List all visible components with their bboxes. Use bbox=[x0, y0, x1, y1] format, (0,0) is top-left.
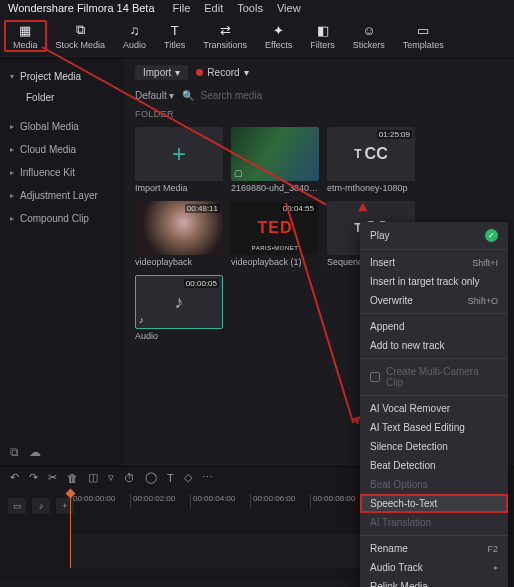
audio-thumb[interactable]: 00:00:05♪♪ bbox=[135, 275, 223, 329]
record-label: Record bbox=[207, 67, 239, 78]
delete-icon[interactable]: 🗑 bbox=[67, 472, 78, 484]
ctx-insert-target[interactable]: Insert in target track only bbox=[360, 272, 508, 291]
card-clip[interactable]: 01:25:09T CC etm-mthoney-1080p bbox=[327, 127, 415, 193]
check-icon: ✓ bbox=[485, 229, 498, 242]
tab-filters[interactable]: ◧Filters bbox=[301, 20, 344, 52]
ctx-relink-media[interactable]: Relink Media bbox=[360, 577, 508, 587]
marker-icon[interactable]: ▿ bbox=[108, 471, 114, 484]
sidebar-item-project-media[interactable]: ▾Project Media bbox=[0, 65, 125, 88]
ctx-ai-translation: AI Translation bbox=[360, 513, 508, 532]
ctx-ai-text-editing[interactable]: AI Text Based Editing bbox=[360, 418, 508, 437]
ctx-overwrite[interactable]: OverwriteShift+O bbox=[360, 291, 508, 310]
clip-thumb[interactable]: 01:25:09T CC bbox=[327, 127, 415, 181]
sidebar-item-influence-kit[interactable]: ▸Influence Kit bbox=[0, 161, 125, 184]
ctx-ai-vocal-remover[interactable]: AI Vocal Remover bbox=[360, 399, 508, 418]
ctx-multicam: Create Multi-Camera Clip bbox=[360, 362, 508, 392]
transitions-icon: ⇄ bbox=[220, 22, 231, 38]
ctx-audio-track[interactable]: Audio Track▸ bbox=[360, 558, 508, 577]
undo-icon[interactable]: ↶ bbox=[10, 471, 19, 484]
ruler-tick: 00:00:00:00 bbox=[70, 494, 130, 508]
ctx-shortcut: Shift+O bbox=[468, 296, 498, 306]
chevron-right-icon: ▸ bbox=[10, 191, 14, 200]
sidebar: ▾Project Media Folder ▸Global Media ▸Clo… bbox=[0, 59, 125, 466]
ctx-label: Relink Media bbox=[370, 581, 428, 587]
import-media-thumb[interactable]: + bbox=[135, 127, 223, 181]
ctx-play-label: Play bbox=[370, 230, 389, 241]
split-icon[interactable]: ✂ bbox=[48, 471, 57, 484]
card-clip[interactable]: 00:48:11 videoplayback bbox=[135, 201, 223, 267]
tab-filters-label: Filters bbox=[310, 40, 335, 50]
menu-edit[interactable]: Edit bbox=[204, 2, 223, 14]
menu-file[interactable]: File bbox=[173, 2, 191, 14]
templates-icon: ▭ bbox=[417, 22, 429, 38]
record-button[interactable]: Record▾ bbox=[196, 67, 248, 78]
ted-sub: PARIS•MONET bbox=[252, 245, 299, 251]
audio-icon: ♫ bbox=[130, 22, 140, 38]
sidebar-item-global-media[interactable]: ▸Global Media bbox=[0, 115, 125, 138]
tab-stock-label: Stock Media bbox=[56, 40, 106, 50]
clip-thumb[interactable]: 00:04:55TEDPARIS•MONET bbox=[231, 201, 319, 255]
track-audio-icon[interactable]: ♪ bbox=[32, 498, 50, 514]
chevron-down-icon: ▾ bbox=[169, 90, 174, 101]
tab-media[interactable]: ▦Media bbox=[4, 20, 47, 52]
crop-icon[interactable]: ◫ bbox=[88, 471, 98, 484]
tab-stock-media[interactable]: ⧉Stock Media bbox=[47, 20, 115, 52]
audio-small-icon: ♪ bbox=[139, 315, 144, 325]
playhead[interactable] bbox=[70, 492, 71, 568]
tab-effects[interactable]: ✦Effects bbox=[256, 20, 301, 52]
card-clip[interactable]: 00:04:55TEDPARIS•MONET videoplayback (1) bbox=[231, 201, 319, 267]
ctx-append[interactable]: Append bbox=[360, 317, 508, 336]
ctx-beat-detection[interactable]: Beat Detection bbox=[360, 456, 508, 475]
sort-default[interactable]: Default ▾ bbox=[135, 90, 174, 101]
color-icon[interactable]: ◯ bbox=[145, 471, 157, 484]
card-audio[interactable]: 00:00:05♪♪ Audio bbox=[135, 275, 223, 341]
import-button[interactable]: Import▾ bbox=[135, 65, 188, 80]
context-menu: Play✓ InsertShift+I Insert in target tra… bbox=[360, 222, 508, 587]
cloud-icon[interactable]: ☁ bbox=[29, 445, 41, 459]
ctx-silence-detection[interactable]: Silence Detection bbox=[360, 437, 508, 456]
ctx-rename[interactable]: RenameF2 bbox=[360, 539, 508, 558]
more-icon[interactable]: ⋯ bbox=[202, 471, 213, 484]
keyframe-icon[interactable]: ◇ bbox=[184, 471, 192, 484]
tab-transitions[interactable]: ⇄Transitions bbox=[194, 20, 256, 52]
sidebar-item-cloud-media[interactable]: ▸Cloud Media bbox=[0, 138, 125, 161]
stock-icon: ⧉ bbox=[76, 22, 85, 38]
stickers-icon: ☺ bbox=[362, 22, 375, 38]
import-bar: Import▾ Record▾ bbox=[125, 59, 514, 86]
ctx-label: Rename bbox=[370, 543, 408, 554]
new-folder-icon[interactable]: ⧉ bbox=[10, 445, 19, 459]
tab-stickers[interactable]: ☺Stickers bbox=[344, 20, 394, 52]
tab-titles[interactable]: TTitles bbox=[155, 20, 194, 52]
menu-tools[interactable]: Tools bbox=[237, 2, 263, 14]
ctx-shortcut: Shift+I bbox=[472, 258, 498, 268]
tab-audio[interactable]: ♫Audio bbox=[114, 20, 155, 52]
chevron-right-icon: ▸ bbox=[10, 168, 14, 177]
clip-thumb[interactable]: ▢ bbox=[231, 127, 319, 181]
ctx-insert[interactable]: InsertShift+I bbox=[360, 253, 508, 272]
ctx-label: Audio Track bbox=[370, 562, 423, 573]
ctx-label: Beat Options bbox=[370, 479, 428, 490]
sidebar-bottom-tools: ⧉ ☁ bbox=[0, 441, 125, 463]
card-label: videoplayback bbox=[135, 257, 223, 267]
track-video-icon[interactable]: ▭ bbox=[8, 498, 26, 514]
chevron-right-icon: ▸ bbox=[10, 145, 14, 154]
ctx-speech-to-text[interactable]: Speech-to-Text bbox=[360, 494, 508, 513]
ted-logo: TED bbox=[258, 219, 293, 237]
ctx-beat-options: Beat Options bbox=[360, 475, 508, 494]
redo-icon[interactable]: ↷ bbox=[29, 471, 38, 484]
clip-thumb[interactable]: 00:48:11 bbox=[135, 201, 223, 255]
text-icon[interactable]: T bbox=[167, 472, 174, 484]
tab-templates[interactable]: ▭Templates bbox=[394, 20, 453, 52]
ctx-play[interactable]: Play✓ bbox=[360, 225, 508, 246]
ctx-add-new-track[interactable]: Add to new track bbox=[360, 336, 508, 355]
card-label: Audio bbox=[135, 331, 223, 341]
card-import-media[interactable]: + Import Media bbox=[135, 127, 223, 193]
sidebar-item-compound-clip[interactable]: ▸Compound Clip bbox=[0, 207, 125, 230]
sidebar-item-adjustment-layer[interactable]: ▸Adjustment Layer bbox=[0, 184, 125, 207]
sidebar-sub-folder[interactable]: Folder bbox=[0, 88, 125, 107]
tab-stickers-label: Stickers bbox=[353, 40, 385, 50]
folder-heading: FOLDER bbox=[125, 105, 514, 123]
speed-icon[interactable]: ⏱ bbox=[124, 472, 135, 484]
search-input[interactable]: 🔍Search media bbox=[182, 90, 504, 101]
menu-view[interactable]: View bbox=[277, 2, 301, 14]
